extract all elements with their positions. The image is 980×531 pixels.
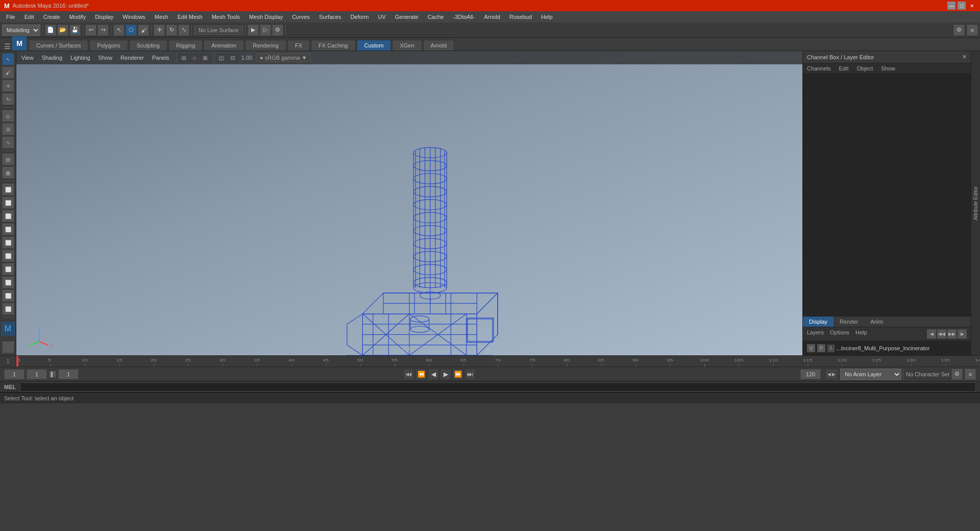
cb-channels[interactable]: Channels [807,65,830,71]
menu-modify[interactable]: Modify [65,13,90,21]
tab-arnold[interactable]: Arnold [423,40,455,51]
tab-curves-surfaces[interactable]: Curves / Surfaces [29,40,88,51]
select-tool-btn[interactable]: ↖ [113,25,125,36]
tool7-btn[interactable]: ⬜ [2,263,14,275]
show-menu[interactable]: Show [95,54,116,62]
mode-select[interactable]: Modeling [2,25,40,36]
tab-fx[interactable]: FX [287,40,310,51]
redo-btn[interactable]: ↪ [97,25,109,36]
step-forward-btn[interactable]: ⏩ [452,369,463,380]
menu-windows[interactable]: Windows [118,13,150,21]
tool2-btn[interactable]: ⬜ [2,197,14,209]
view-menu[interactable]: View [18,54,37,62]
scale-tool-btn[interactable]: ⤡ [178,25,189,36]
move-tool-btn[interactable]: ✛ [154,25,165,36]
layer-tab-display[interactable]: Display [803,317,834,327]
tab-sculpting[interactable]: Sculpting [129,40,167,51]
range-start-input[interactable] [58,369,79,379]
menu-mesh-tools[interactable]: Mesh Tools [208,13,244,21]
layer-next-btn[interactable]: ▶ [958,329,967,339]
lasso-tool-btn[interactable]: ⬡ [126,25,137,36]
tab-rendering[interactable]: Rendering [245,40,286,51]
menu-display[interactable]: Display [91,13,117,21]
tab-custom[interactable]: Custom [357,40,391,51]
menu-curves[interactable]: Curves [288,13,314,21]
tab-animation[interactable]: Animation [204,40,244,51]
menu-file[interactable]: File [2,13,19,21]
gamma-select[interactable]: ● sRGB gamma ▼ [256,54,311,62]
timeline-ruler[interactable]: 1 5 10 15 20 25 30 35 40 45 50 [16,356,980,367]
tool9-btn[interactable]: ⬜ [2,289,14,302]
mel-input[interactable] [20,382,976,392]
shading-menu[interactable]: Shading [39,54,65,62]
start-frame-input[interactable] [4,369,24,379]
range-end-input[interactable] [800,369,821,379]
more-tools-btn[interactable]: ⋮ [2,341,14,353]
open-file-btn[interactable]: 📂 [57,25,68,36]
menu-generate[interactable]: Generate [391,13,423,21]
title-bar-controls[interactable]: — □ ✕ [947,2,976,10]
tool6-btn[interactable]: ⬜ [2,250,14,262]
vt-grid-btn[interactable]: ⊞ [201,54,210,62]
layer-tab-render[interactable]: Render [834,317,864,327]
move-btn[interactable]: ✛ [2,80,14,92]
menu-3dto-all[interactable]: -3DtoAll- [449,13,479,21]
go-start-btn[interactable]: ⏮ [403,369,414,380]
layer-prev-btn[interactable]: ◀ [927,329,936,339]
ipr-btn[interactable]: ▷ [260,25,271,36]
menu-create[interactable]: Create [39,13,64,21]
layer-tab-anim[interactable]: Anim [864,317,889,327]
viewport[interactable]: View Shading Lighting Show Renderer Pane… [16,51,802,355]
render-settings-btn[interactable]: ⚙ [272,25,283,36]
go-end-btn[interactable]: ⏭ [464,369,476,380]
undo-btn[interactable]: ↩ [85,25,96,36]
display-layer-btn[interactable]: ▤ [2,153,14,165]
new-file-btn[interactable]: 📄 [45,25,56,36]
menu-cache[interactable]: Cache [424,13,448,21]
tool4-btn[interactable]: ⬜ [2,223,14,235]
channel-box-close-btn[interactable]: ✕ [962,54,967,60]
close-button[interactable]: ✕ [968,2,976,10]
renderer-menu[interactable]: Renderer [117,54,147,62]
render-btn[interactable]: ▶ [248,25,259,36]
layer-nav-layers[interactable]: Layers [807,329,824,339]
char-set-settings-btn[interactable]: ⚙ [951,369,963,380]
menu-deform[interactable]: Deform [346,13,373,21]
play-back-btn[interactable]: ◀ [428,369,439,380]
menu-edit-mesh[interactable]: Edit Mesh [174,13,207,21]
cb-edit[interactable]: Edit [839,65,848,71]
panels-menu[interactable]: Panels [149,54,173,62]
tab-rigging[interactable]: Rigging [168,40,203,51]
tool1-btn[interactable]: ⬜ [2,183,14,196]
tabs-toggle[interactable]: ☰ [2,42,12,51]
rotate-tool-btn[interactable]: ↻ [166,25,177,36]
minimize-button[interactable]: — [947,2,955,10]
attr-editor-btn[interactable]: ≡ [967,25,978,36]
tool10-btn[interactable]: ⬜ [2,303,14,315]
layer-nav-help[interactable]: Help [855,329,867,339]
maximize-button[interactable]: □ [958,2,966,10]
current-frame-input[interactable] [27,369,47,379]
tab-xgen[interactable]: XGen [392,40,422,51]
menu-help[interactable]: Help [537,13,557,21]
tool8-btn[interactable]: ⬜ [2,276,14,288]
layer-visibility-btn[interactable]: V [807,344,815,352]
bottom-settings-btn[interactable]: ≡ [965,369,976,380]
layer-nav-options[interactable]: Options [830,329,849,339]
step-back-btn[interactable]: ⏪ [415,369,427,380]
lighting-menu[interactable]: Lighting [67,54,93,62]
snap-curve-btn[interactable]: ∿ [2,136,14,149]
layer-forward-btn[interactable]: ▶▶ [947,329,957,339]
snap-grid-btn[interactable]: ⊞ [2,123,14,135]
soft-select-btn[interactable]: ◎ [2,110,14,122]
paint-select-btn[interactable]: 🖌 [138,25,149,36]
play-forward-btn[interactable]: ▶ [440,369,451,380]
menu-mesh-display[interactable]: Mesh Display [245,13,287,21]
tool3-btn[interactable]: ⬜ [2,210,14,222]
rotate-btn[interactable]: ↻ [2,93,14,105]
render-layer-btn[interactable]: ▦ [2,166,14,179]
menu-surfaces[interactable]: Surfaces [315,13,345,21]
paint-btn[interactable]: 🖌 [2,66,14,79]
menu-mesh[interactable]: Mesh [151,13,173,21]
settings-btn[interactable]: ⚙ [953,25,965,36]
